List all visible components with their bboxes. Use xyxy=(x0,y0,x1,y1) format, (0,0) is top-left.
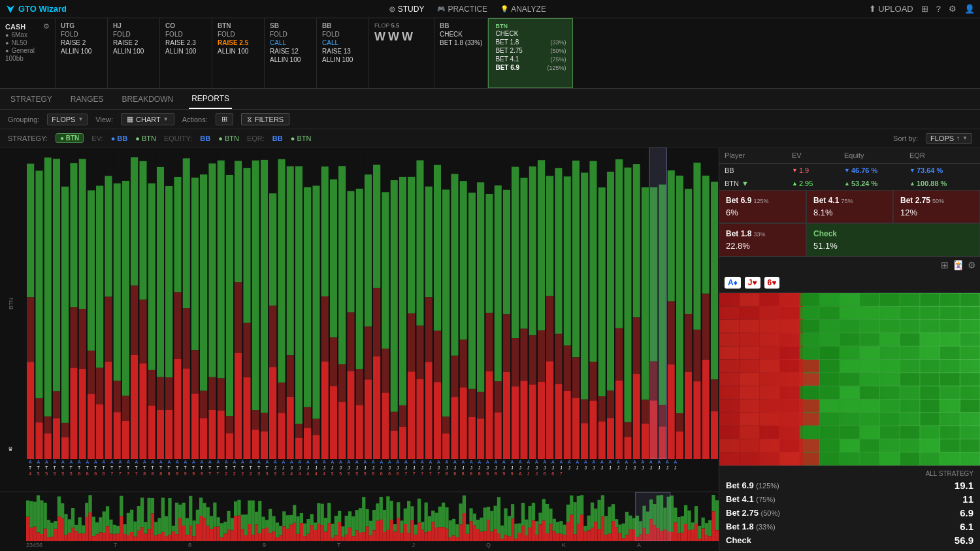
bet-box-18: Bet 1.8 33% 22.8% xyxy=(719,223,806,257)
bar-label-col-26: AT2 xyxy=(238,459,247,477)
tab-ranges[interactable]: RANGES xyxy=(68,89,106,109)
btn-bet41-name: BET 4.1 xyxy=(495,55,519,63)
bar-label-col-48: AJ7 xyxy=(418,459,427,477)
strategy-tabs: STRATEGY RANGES BREAKDOWN REPORTS xyxy=(0,89,980,110)
x-label-8: 8 xyxy=(188,542,191,551)
btn-ev: ▲ 2.95 xyxy=(792,180,844,187)
co-raise: RAISE 2.3 xyxy=(165,39,206,46)
actions-btn[interactable]: ⊞ xyxy=(216,113,233,125)
equity-bb[interactable]: BB xyxy=(200,134,210,142)
ev-btn[interactable]: ● BTN xyxy=(135,134,156,142)
grid-view-icon[interactable]: ⊞ xyxy=(941,260,949,270)
gear-icon[interactable]: ⚙ xyxy=(949,4,956,14)
bb-ev-arrow: ▼ xyxy=(792,167,798,174)
btn-equity: ▲ 53.24 % xyxy=(844,180,909,187)
help-icon[interactable]: ? xyxy=(936,4,941,14)
bar-label-col-69: AJ xyxy=(590,459,598,471)
bar-label-col-12: AT7 xyxy=(124,459,133,477)
nav-tabs: ◎ STUDY 🎮 PRACTICE 💡 ANALYZE xyxy=(389,5,546,14)
profile-row: ● 6Max xyxy=(5,31,50,39)
check-title: Check xyxy=(813,229,973,238)
grouping-label: Grouping: xyxy=(8,116,39,123)
all-strat-name-41: Bet 4.1 (75%) xyxy=(726,494,776,504)
utg-fold: FOLD xyxy=(61,31,102,38)
co-fold: FOLD xyxy=(165,31,206,38)
co-allin: ALLIN 100 xyxy=(165,48,206,55)
bar-label-col-5: AT5 xyxy=(67,459,76,477)
equity-btn[interactable]: ● BTN xyxy=(218,134,239,142)
bar-label-col-68: AJ xyxy=(581,459,590,471)
bar-label-col-73: AJ xyxy=(623,459,631,471)
nav-tab-study[interactable]: ◎ STUDY xyxy=(389,5,425,14)
bb-eqr: ▼ 73.64 % xyxy=(909,166,975,174)
all-strategy-title: ALL STRATEGY xyxy=(726,470,973,477)
view-chart-btn[interactable]: ▦ CHART ▼ xyxy=(121,113,174,125)
heatmap-visualization xyxy=(719,293,980,465)
nav-tab-analyze[interactable]: 💡 ANALYZE xyxy=(500,5,546,14)
bb-check-label: BB xyxy=(440,22,482,29)
settings2-icon[interactable]: ⚙ xyxy=(968,260,976,270)
sort-select[interactable]: FLOPS ↑ ▼ xyxy=(926,133,972,144)
sort-chevron: ▼ xyxy=(962,135,968,141)
btn-check-row: CHECK xyxy=(495,29,566,38)
bar-label-col-0: AT4 xyxy=(26,459,35,477)
all-strategy-section: ALL STRATEGY Bet 6.9 (125%) 19.1 Bet 4.1… xyxy=(719,465,980,551)
x-label-9: 9 xyxy=(263,542,266,551)
practice-icon: 🎮 xyxy=(437,5,445,12)
profile-dot2: ● xyxy=(5,40,8,46)
x-label-j: J xyxy=(412,542,416,551)
all-strat-name-69: Bet 6.9 (125%) xyxy=(726,480,779,490)
bar-label-col-34: AJ4 xyxy=(304,459,312,477)
tab-breakdown[interactable]: BREAKDOWN xyxy=(119,89,176,109)
bar-label-col-62: AJJ xyxy=(532,459,541,477)
settings-icon[interactable]: ⊞ xyxy=(921,4,928,14)
bet-box-check: Check 51.1% xyxy=(806,223,980,257)
profile-dot: ● xyxy=(5,32,8,39)
bar-label-col-61: AJJ xyxy=(525,459,533,477)
study-icon: ◎ xyxy=(389,5,395,12)
bar-label-col-40: AJ5 xyxy=(353,459,361,477)
bb-label: BB xyxy=(322,22,363,29)
tab-strategy[interactable]: STRATEGY xyxy=(8,89,55,109)
bar-label-col-7: AT6 xyxy=(84,459,92,477)
filters-button[interactable]: ⧖ FILTERS xyxy=(241,113,289,125)
btn-bet41-row: BET 4.1 (75%) xyxy=(495,55,566,63)
bar-label-col-60: AJA xyxy=(516,459,525,477)
btn-strategy-tag[interactable]: ● BTN xyxy=(56,133,84,143)
utg-allin: ALLIN 100 xyxy=(61,48,102,55)
top-right-icons: ⬆ UPLOAD ⊞ ? ⚙ 👤 xyxy=(869,4,975,14)
bet-box-275: Bet 2.75 50% 12% xyxy=(893,191,980,223)
actions-grid-icon: ⊞ xyxy=(221,115,227,123)
cash-header: CASH ⚙ xyxy=(5,22,50,31)
app-title: GTO Wizard xyxy=(18,4,67,14)
upload-button[interactable]: ⬆ UPLOAD xyxy=(869,4,913,14)
nav-tab-practice[interactable]: 🎮 PRACTICE xyxy=(437,5,487,14)
eqr-btn[interactable]: ● BTN xyxy=(291,134,312,142)
bar-label-col-76: AJ xyxy=(647,459,655,471)
controls-row: Grouping: FLOPS ▼ View: ▦ CHART ▼ Action… xyxy=(0,110,980,129)
tab-reports[interactable]: REPORTS xyxy=(189,89,232,109)
filter-icon: ⧖ xyxy=(247,115,252,123)
eqr-bb[interactable]: BB xyxy=(272,134,283,142)
bar-label-col-14: AT8 xyxy=(140,459,149,477)
btn-bet275-row: BET 2.75 (50%) xyxy=(495,46,566,55)
bar-label-col-19: AT9 xyxy=(182,459,190,477)
card-view-icon[interactable]: 🃏 xyxy=(953,260,964,270)
bet18-title: Bet 1.8 33% xyxy=(726,229,799,238)
btn-active-label: BTN xyxy=(495,23,566,29)
right-panel: Player EV Equity EQR BB ▼ 1.9 ▼ 46.76 % … xyxy=(719,148,980,551)
cash-label: CASH xyxy=(5,23,25,31)
bar-label-col-70: AJ xyxy=(598,459,606,471)
profile-general-label: General xyxy=(11,47,35,54)
bar-label-col-71: AJ xyxy=(606,459,615,471)
bar-label-col-32: AJ4 xyxy=(287,459,296,477)
sort-arrow: ↑ xyxy=(956,134,960,142)
bar-label-col-17: AT8 xyxy=(165,459,174,477)
cash-settings-icon[interactable]: ⚙ xyxy=(43,22,50,31)
cash-cell: CASH ⚙ ● 6Max ● NL50 ● General 100bb xyxy=(0,18,56,88)
user-icon[interactable]: 👤 xyxy=(964,4,975,14)
ev-bb[interactable]: ● BB xyxy=(111,134,128,142)
grouping-select[interactable]: FLOPS ▼ xyxy=(47,114,88,125)
bet41-val: 8.1% xyxy=(813,208,886,217)
x-label-k: K xyxy=(562,542,566,551)
